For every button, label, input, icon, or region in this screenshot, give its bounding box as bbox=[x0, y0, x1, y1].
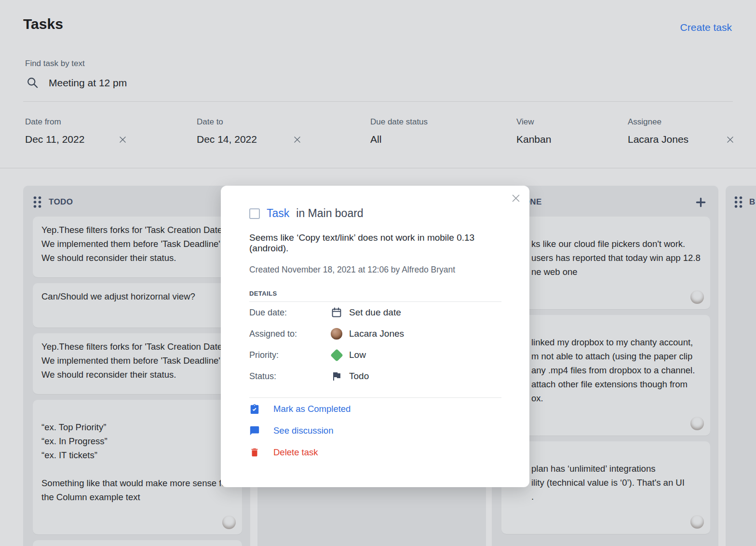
clear-date-to-icon[interactable] bbox=[293, 135, 302, 144]
filters-divider bbox=[0, 168, 756, 168]
add-card-button[interactable] bbox=[695, 196, 707, 208]
avatar bbox=[690, 515, 704, 529]
filter-value[interactable]: Kanban bbox=[516, 134, 551, 145]
page-title: Tasks bbox=[23, 16, 63, 32]
detail-label: Assigned to: bbox=[249, 329, 330, 339]
filter-value[interactable]: Lacara Jones bbox=[628, 134, 688, 145]
filter-date-to[interactable]: Date to Dec 14, 2022 bbox=[197, 117, 302, 145]
search-value[interactable]: Meeting at 12 pm bbox=[49, 77, 127, 89]
clear-date-from-icon[interactable] bbox=[118, 135, 127, 144]
filter-value[interactable]: All bbox=[370, 134, 381, 145]
clear-assignee-icon[interactable] bbox=[726, 135, 735, 144]
filter-assignee[interactable]: Assignee Lacara Jones bbox=[628, 117, 735, 145]
avatar bbox=[222, 516, 236, 529]
task-card[interactable]: Yep.These filters forks for 'Task Creati… bbox=[33, 333, 242, 394]
task-card[interactable]: linked my dropbox to my chanty account, … bbox=[501, 315, 710, 436]
filter-view[interactable]: View Kanban bbox=[516, 117, 594, 145]
search-icon bbox=[26, 76, 39, 89]
column-partial: B bbox=[726, 186, 756, 546]
detail-label: Due date: bbox=[249, 308, 330, 318]
see-discussion-button[interactable]: See discussion bbox=[249, 420, 501, 441]
search-label: Find task by text bbox=[25, 59, 85, 68]
task-card[interactable]: ks like our cloud file pickers don't wor… bbox=[501, 217, 710, 309]
task-card[interactable]: Can/Should we adjust horizornal view? bbox=[33, 283, 242, 328]
avatar bbox=[331, 328, 342, 340]
detail-row-status: Status: Todo bbox=[249, 366, 501, 387]
column-todo: TODO Yep.These filters forks for 'Task C… bbox=[23, 186, 250, 546]
chat-icon bbox=[249, 425, 260, 436]
clipboard-check-icon bbox=[249, 404, 260, 414]
detail-label: Status: bbox=[249, 371, 330, 382]
filter-value[interactable]: Dec 14, 2022 bbox=[197, 134, 257, 145]
task-checkbox[interactable] bbox=[249, 208, 260, 219]
detail-row-due-date: Due date: Set due date bbox=[249, 302, 501, 323]
modal-title: in Main board bbox=[296, 207, 363, 220]
task-details-modal: Task in Main board Seems like ‘Copy text… bbox=[221, 186, 529, 487]
details-heading: DETAILS bbox=[249, 290, 501, 297]
filter-label: Assignee bbox=[628, 117, 735, 127]
task-card[interactable]: Yep.These filters forks for 'Task Creati… bbox=[33, 217, 242, 277]
detail-label: Priority: bbox=[249, 350, 330, 360]
priority-value[interactable]: Low bbox=[349, 350, 366, 360]
avatar bbox=[690, 290, 704, 304]
drag-handle-icon[interactable] bbox=[33, 196, 42, 208]
status-value[interactable]: Todo bbox=[349, 371, 369, 382]
column-title: TODO bbox=[49, 197, 73, 207]
close-icon[interactable] bbox=[510, 192, 522, 204]
task-created-meta: Created November 18, 2021 at 12:06 by Al… bbox=[249, 265, 501, 275]
task-link[interactable]: Task bbox=[267, 207, 289, 220]
flag-icon bbox=[330, 370, 343, 382]
set-due-date-button[interactable]: Set due date bbox=[349, 307, 401, 318]
mark-completed-button[interactable]: Mark as Completed bbox=[249, 398, 501, 420]
filter-label: Date from bbox=[25, 117, 127, 127]
column-title: B bbox=[749, 197, 756, 207]
filter-date-from[interactable]: Date from Dec 11, 2022 bbox=[25, 117, 127, 145]
create-task-button[interactable]: Create task bbox=[680, 22, 732, 33]
calendar-icon bbox=[330, 307, 343, 318]
task-card[interactable]: For the task which was done it should be… bbox=[33, 540, 242, 546]
trash-icon bbox=[249, 447, 260, 458]
detail-row-assigned: Assigned to: Lacara Jones bbox=[249, 323, 501, 344]
assignee-name[interactable]: Lacara Jones bbox=[349, 328, 404, 339]
task-description: Seems like ‘Copy text/link’ does not wor… bbox=[249, 232, 501, 254]
priority-diamond-icon bbox=[330, 351, 343, 360]
header-divider bbox=[23, 101, 733, 102]
filter-label: View bbox=[516, 117, 594, 127]
task-card[interactable]: “ex. Top Priority” “ex. In Progress” “ex… bbox=[33, 400, 242, 534]
delete-task-button[interactable]: Delete task bbox=[249, 441, 501, 463]
filter-label: Date to bbox=[197, 117, 302, 127]
task-card[interactable]: plan has ‘unlimited’ integrations ility … bbox=[501, 441, 710, 534]
detail-row-priority: Priority: Low bbox=[249, 344, 501, 366]
filter-label: Due date status bbox=[370, 117, 447, 127]
filter-value[interactable]: Dec 11, 2022 bbox=[25, 134, 84, 145]
search-input[interactable]: Meeting at 12 pm bbox=[26, 76, 127, 89]
avatar bbox=[690, 417, 704, 430]
drag-handle-icon[interactable] bbox=[734, 196, 743, 208]
filter-due-date-status[interactable]: Due date status All bbox=[370, 117, 447, 145]
